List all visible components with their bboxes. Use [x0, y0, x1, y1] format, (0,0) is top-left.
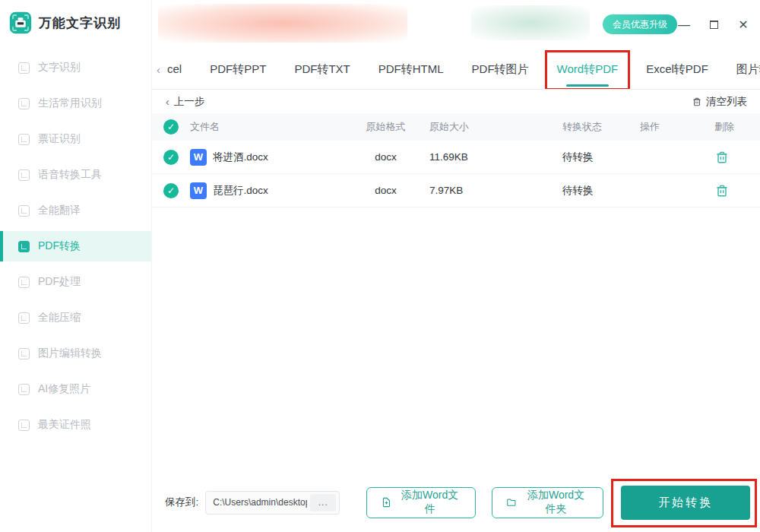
check-icon: ✓ — [167, 152, 175, 163]
table-header-row: ✓ 文件名 原始格式 原始大小 转换状态 操作 删除 — [152, 113, 760, 141]
app-title: 万能文字识别 — [39, 14, 121, 32]
tab-pdf-to-html[interactable]: PDF转HTML — [378, 49, 444, 89]
pdf-convert-icon — [18, 241, 30, 252]
trash-icon — [714, 183, 730, 198]
table-row: ✓ W 将进酒.docx docx 11.69KB 待转换 — [152, 141, 760, 174]
image-edit-icon — [18, 348, 30, 359]
file-name: 将进酒.docx — [213, 150, 268, 164]
back-chevron-icon: ‹ — [166, 96, 169, 108]
app-window: 万能文字识别 文字识别 生活常用识别 票证识别 语音转换工具 全能翻译 — [0, 0, 760, 532]
file-status: 待转换 — [551, 150, 638, 164]
titlebar: 会员优惠升级 — ✕ — [152, 0, 760, 49]
sidebar-item-label: 语音转换工具 — [38, 168, 102, 182]
ticket-recognition-icon — [18, 134, 30, 145]
sidebar: 万能文字识别 文字识别 生活常用识别 票证识别 语音转换工具 全能翻译 — [0, 0, 152, 532]
close-icon: ✕ — [738, 17, 748, 32]
file-size: 7.97KB — [418, 185, 551, 196]
check-icon: ✓ — [167, 122, 175, 132]
file-size: 11.69KB — [418, 151, 551, 163]
file-format: docx — [353, 151, 418, 163]
save-to-label: 保存到: — [165, 496, 198, 509]
translate-icon — [18, 205, 30, 217]
tab-excel-to-pdf[interactable]: Excel转PDF — [646, 49, 708, 89]
footer-bar: 保存到: ... 添加Word文件 添加Word文件夹 开始转换 — [152, 483, 760, 521]
compress-icon — [18, 312, 30, 324]
sidebar-item-image-edit[interactable]: 图片编辑转换 — [0, 338, 151, 369]
clear-list-label: 清空列表 — [706, 95, 747, 109]
file-plus-icon — [381, 496, 392, 508]
delete-file-button[interactable] — [714, 150, 730, 165]
header-format: 原始格式 — [353, 120, 418, 134]
maximize-button[interactable] — [707, 18, 720, 32]
logo-row: 万能文字识别 — [0, 0, 151, 51]
tab-pdf-to-excel-clipped[interactable]: cel — [167, 49, 182, 89]
text-recognition-icon — [18, 62, 30, 74]
word-file-icon: W — [190, 149, 207, 166]
save-path-input[interactable] — [206, 497, 310, 508]
header-action: 操作 — [638, 120, 703, 134]
id-photo-icon — [18, 420, 30, 431]
header-size: 原始大小 — [418, 120, 551, 134]
file-status: 待转换 — [551, 184, 638, 198]
back-button[interactable]: ‹ 上一步 — [166, 95, 204, 109]
tab-label: Word转PDF — [557, 62, 619, 75]
sidebar-item-translate[interactable]: 全能翻译 — [0, 195, 151, 226]
sidebar-item-pdf-process[interactable]: PDF处理 — [0, 267, 151, 297]
header-delete: 删除 — [703, 120, 760, 134]
sidebar-item-label: PDF转换 — [38, 239, 81, 253]
sidebar-item-label: 文字识别 — [38, 61, 81, 74]
sidebar-item-life-recognition[interactable]: 生活常用识别 — [0, 88, 151, 119]
trash-icon — [692, 97, 702, 107]
sidebar-item-label: 生活常用识别 — [38, 97, 102, 110]
blurred-content-green — [471, 5, 590, 40]
tab-image-to-pdf-clipped[interactable]: 图片转P — [736, 49, 760, 89]
app-logo-icon — [9, 11, 32, 34]
minimize-button[interactable]: — — [677, 18, 691, 32]
sidebar-item-label: 最美证件照 — [38, 418, 91, 432]
close-button[interactable]: ✕ — [736, 18, 750, 32]
delete-file-button[interactable] — [714, 183, 730, 198]
row-checkbox[interactable]: ✓ — [163, 150, 179, 165]
vip-upgrade-badge[interactable]: 会员优惠升级 — [603, 14, 677, 34]
sidebar-item-pdf-convert[interactable]: PDF转换 — [0, 231, 151, 261]
active-tab-underline — [566, 84, 609, 87]
conversion-tabbar: ‹ cel PDF转PPT PDF转TXT PDF转HTML PDF转图片 Wo… — [152, 49, 760, 90]
file-name: 琵琶行.docx — [213, 184, 268, 198]
add-word-folder-button[interactable]: 添加Word文件夹 — [492, 487, 603, 518]
clear-list-button[interactable]: 清空列表 — [692, 95, 747, 109]
ai-repair-icon — [18, 384, 30, 395]
minimize-icon: — — [678, 18, 690, 32]
sidebar-item-id-photo[interactable]: 最美证件照 — [0, 410, 151, 440]
row-checkbox[interactable]: ✓ — [163, 183, 179, 198]
browse-folder-button[interactable]: ... — [310, 494, 336, 511]
sidebar-item-compress[interactable]: 全能压缩 — [0, 302, 151, 333]
pdf-process-icon — [18, 277, 30, 288]
tab-pdf-to-ppt[interactable]: PDF转PPT — [210, 49, 266, 89]
add-word-file-label: 添加Word文件 — [398, 489, 461, 516]
start-convert-button[interactable]: 开始转换 — [621, 486, 750, 520]
sidebar-item-label: 图片编辑转换 — [38, 347, 102, 360]
maximize-icon — [710, 21, 718, 29]
list-toolbar: ‹ 上一步 清空列表 — [152, 90, 760, 113]
trash-icon — [714, 150, 730, 165]
tabs-scroll-left-icon[interactable]: ‹ — [157, 63, 160, 76]
sidebar-item-label: 全能翻译 — [38, 204, 81, 217]
sidebar-item-label: AI修复照片 — [38, 382, 90, 396]
audio-tools-icon — [18, 169, 30, 181]
tab-word-to-pdf[interactable]: Word转PDF — [557, 49, 619, 89]
word-file-icon: W — [190, 182, 207, 199]
sidebar-item-ai-repair[interactable]: AI修复照片 — [0, 374, 151, 404]
sidebar-item-label: PDF处理 — [38, 275, 81, 289]
header-filename: 文件名 — [190, 120, 353, 134]
add-word-file-button[interactable]: 添加Word文件 — [366, 487, 476, 518]
folder-icon — [506, 496, 517, 508]
sidebar-item-audio-tools[interactable]: 语音转换工具 — [0, 160, 151, 190]
select-all-checkbox[interactable]: ✓ — [163, 119, 179, 135]
sidebar-item-label: 全能压缩 — [38, 311, 81, 325]
tab-pdf-to-image[interactable]: PDF转图片 — [472, 49, 529, 89]
sidebar-item-text-recognition[interactable]: 文字识别 — [0, 52, 151, 83]
file-format: docx — [353, 185, 418, 196]
tab-pdf-to-txt[interactable]: PDF转TXT — [294, 49, 350, 89]
check-icon: ✓ — [167, 185, 175, 196]
sidebar-item-ticket-recognition[interactable]: 票证识别 — [0, 124, 151, 154]
